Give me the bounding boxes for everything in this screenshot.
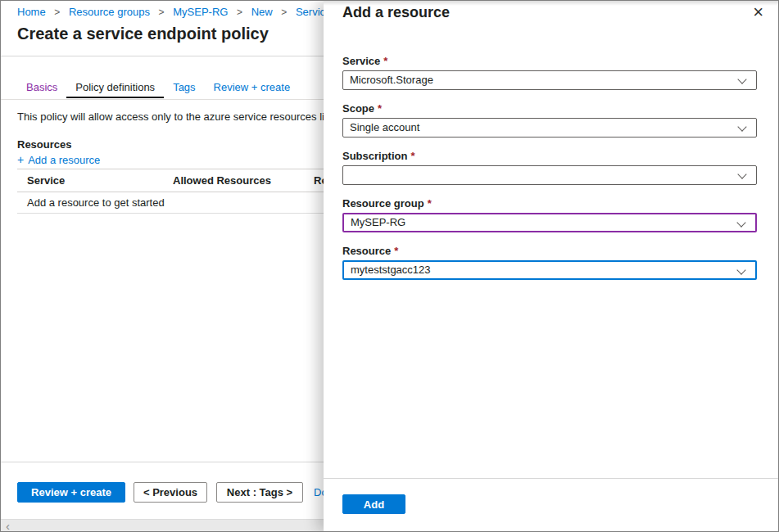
- tab-policy-definitions[interactable]: Policy definitions: [66, 78, 164, 98]
- policy-description: This policy will allow access only to th…: [17, 110, 345, 123]
- breadcrumb: Home > Resource groups > MySEP-RG > New …: [17, 6, 372, 18]
- field-resource: Resource* myteststgacc123: [342, 245, 757, 280]
- label-text: Subscription: [342, 150, 407, 162]
- required-marker: *: [410, 150, 414, 162]
- scope-label: Scope*: [342, 102, 757, 115]
- panel-footer-divider: [324, 478, 778, 479]
- required-marker: *: [428, 197, 432, 210]
- field-resource-group: Resource group* MySEP-RG: [342, 197, 757, 232]
- chevron-down-icon: [736, 218, 745, 227]
- review-create-button[interactable]: Review + create: [17, 482, 125, 503]
- add-resource-panel: Add a resource × Service* Microsoft.Stor…: [324, 1, 778, 531]
- breadcrumb-new[interactable]: New: [251, 6, 273, 18]
- breadcrumb-mysep-rg[interactable]: MySEP-RG: [173, 6, 228, 18]
- next-tags-button[interactable]: Next : Tags >: [216, 482, 303, 503]
- panel-title: Add a resource: [342, 4, 450, 21]
- required-marker: *: [394, 245, 398, 257]
- column-header-service: Service: [17, 174, 163, 187]
- resource-value: myteststgacc123: [351, 262, 431, 278]
- add-a-resource-label: Add a resource: [28, 154, 100, 166]
- empty-message: Add a resource to get started: [17, 196, 165, 209]
- tab-tags[interactable]: Tags: [164, 78, 204, 98]
- chevron-down-icon: [737, 122, 746, 131]
- subscription-label: Subscription*: [342, 150, 757, 162]
- label-text: Service: [342, 55, 380, 67]
- plus-icon: +: [17, 153, 24, 166]
- resources-heading: Resources: [17, 138, 71, 151]
- chevron-down-icon: [736, 265, 745, 274]
- breadcrumb-resource-groups[interactable]: Resource groups: [69, 6, 150, 18]
- label-text: Scope: [342, 102, 374, 115]
- panel-form: Service* Microsoft.Storage Scope* Single…: [342, 55, 757, 292]
- chevron-down-icon: [737, 74, 746, 83]
- tab-bar: Basics Policy definitions Tags Review + …: [17, 78, 299, 98]
- column-header-allowed-resources: Allowed Resources: [163, 174, 304, 187]
- service-dropdown[interactable]: Microsoft.Storage: [342, 70, 757, 90]
- resource-label: Resource*: [342, 245, 757, 257]
- previous-button[interactable]: < Previous: [134, 482, 207, 503]
- field-subscription: Subscription*: [342, 150, 757, 185]
- subscription-dropdown[interactable]: [342, 165, 757, 185]
- breadcrumb-home[interactable]: Home: [17, 6, 46, 18]
- scope-value: Single account: [350, 119, 419, 137]
- add-button[interactable]: Add: [342, 494, 405, 514]
- add-a-resource-link[interactable]: +Add a resource: [17, 153, 100, 166]
- label-text: Resource group: [342, 197, 424, 210]
- required-marker: *: [383, 55, 387, 67]
- label-text: Resource: [342, 245, 391, 257]
- service-value: Microsoft.Storage: [350, 71, 433, 89]
- breadcrumb-separator-icon: >: [237, 7, 242, 18]
- resource-group-dropdown[interactable]: MySEP-RG: [342, 213, 757, 232]
- chevron-down-icon: [737, 169, 746, 178]
- required-marker: *: [378, 102, 382, 115]
- breadcrumb-separator-icon: >: [54, 7, 60, 18]
- tab-basics[interactable]: Basics: [17, 78, 66, 98]
- field-scope: Scope* Single account: [342, 102, 757, 138]
- resource-group-value: MySEP-RG: [351, 214, 405, 231]
- resource-group-label: Resource group*: [342, 197, 757, 210]
- scroll-left-icon[interactable]: ‹: [1, 521, 10, 532]
- breadcrumb-separator-icon: >: [281, 7, 287, 18]
- field-service: Service* Microsoft.Storage: [342, 55, 757, 90]
- breadcrumb-separator-icon: >: [159, 7, 165, 18]
- tab-review-create[interactable]: Review + create: [205, 78, 300, 98]
- scope-dropdown[interactable]: Single account: [342, 118, 757, 138]
- resource-dropdown[interactable]: myteststgacc123: [342, 260, 757, 280]
- service-label: Service*: [342, 55, 757, 67]
- page-title: Create a service endpoint policy: [17, 25, 269, 43]
- wizard-footer: Review + create < Previous Next : Tags >…: [17, 482, 328, 503]
- close-icon[interactable]: ×: [753, 1, 763, 24]
